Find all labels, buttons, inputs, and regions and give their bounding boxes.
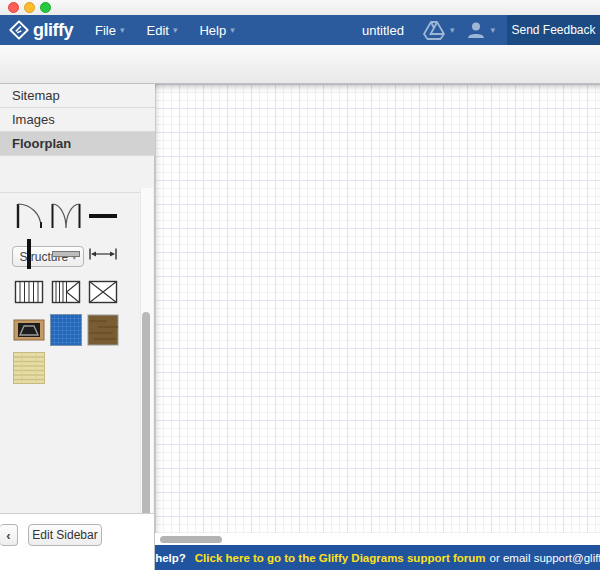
caret-down-icon: ▾ [450, 25, 455, 35]
shape-door[interactable] [10, 197, 47, 235]
caret-down-icon: ▾ [230, 25, 235, 35]
canvas-grid[interactable] [155, 84, 600, 533]
drawing-canvas[interactable] [155, 84, 600, 545]
shape-stairs-with-landing[interactable] [47, 273, 84, 311]
google-drive-menu-button[interactable]: ▾ [422, 20, 455, 40]
send-feedback-button[interactable]: Send Feedback [507, 15, 600, 45]
google-drive-icon [422, 20, 446, 40]
shape-wall-horizontal[interactable] [84, 197, 121, 235]
shape-double-door[interactable] [47, 197, 84, 235]
shape-library-sidebar: Sitemap Images Floorplan Structure ▾ [0, 84, 155, 570]
support-email-text: or email support@gliffy.com [490, 552, 600, 564]
zoom-window-button[interactable] [40, 2, 51, 13]
shape-bamboo-mat[interactable] [10, 349, 47, 387]
minimize-window-button[interactable] [24, 2, 35, 13]
shape-fireplace[interactable] [10, 311, 47, 349]
divider [0, 192, 155, 193]
sidebar-section-floorplan[interactable]: Floorplan [0, 132, 155, 156]
app-menubar: gliffy File ▾ Edit ▾ Help ▾ untitled ▾ [0, 15, 600, 45]
gliffy-window: gliffy File ▾ Edit ▾ Help ▾ untitled ▾ [0, 0, 600, 570]
caret-down-icon: ▾ [490, 25, 495, 35]
shape-wall-vertical[interactable] [10, 235, 47, 273]
shape-grid [10, 197, 121, 387]
sidebar-section-sitemap[interactable]: Sitemap [0, 84, 155, 108]
toolbar: A [0, 45, 600, 84]
collapse-sidebar-button[interactable]: ‹ [0, 524, 18, 546]
horizontal-scrollbar-thumb[interactable] [160, 536, 222, 543]
menu-file[interactable]: File ▾ [95, 23, 124, 38]
menu-help[interactable]: Help ▾ [199, 23, 234, 38]
chevron-left-icon: ‹ [6, 528, 10, 543]
shape-dimension-line[interactable] [84, 235, 121, 273]
help-bar: Need help? Click here to go to the Gliff… [155, 545, 600, 570]
user-icon [466, 20, 486, 40]
shape-window[interactable] [47, 235, 84, 273]
caret-down-icon: ▾ [120, 25, 125, 35]
logo-text: gliffy [33, 20, 73, 41]
sidebar-section-images[interactable]: Images [0, 108, 155, 132]
document-title[interactable]: untitled [362, 23, 404, 38]
support-forum-link[interactable]: Click here to go to the Gliffy Diagrams … [195, 552, 486, 564]
edit-sidebar-button[interactable]: Edit Sidebar [28, 524, 102, 546]
help-prompt: Need help? [124, 552, 186, 564]
caret-down-icon: ▾ [173, 25, 178, 35]
gliffy-logo-icon [8, 19, 30, 41]
gliffy-logo: gliffy [8, 19, 73, 41]
menubar-right: untitled ▾ ▾ Send Feedback [362, 15, 600, 45]
shape-elevator-shaft[interactable] [84, 273, 121, 311]
macos-titlebar [0, 0, 600, 15]
shape-carpet[interactable] [47, 311, 84, 349]
account-menu-button[interactable]: ▾ [466, 20, 495, 40]
shape-wood-floor[interactable] [84, 311, 121, 349]
menu-edit[interactable]: Edit ▾ [146, 23, 177, 38]
canvas-horizontal-scrollbar[interactable] [155, 533, 600, 545]
close-window-button[interactable] [8, 2, 19, 13]
shape-stairs[interactable] [10, 273, 47, 311]
